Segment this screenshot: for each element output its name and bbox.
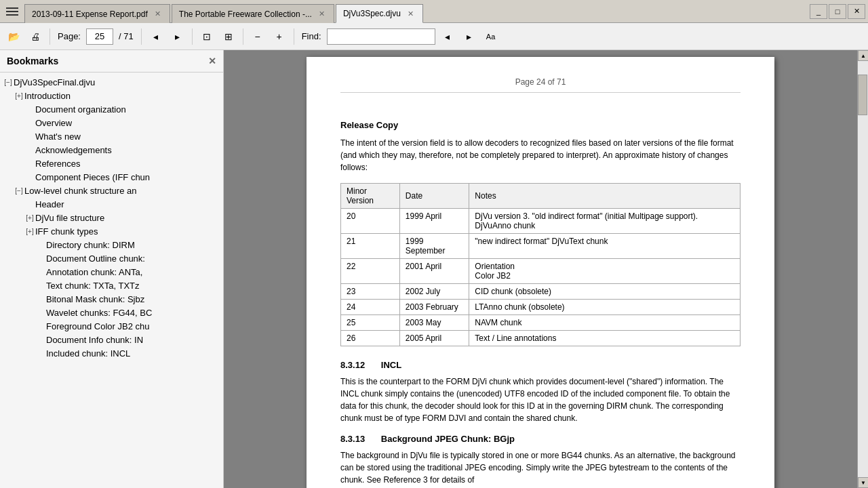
bookmark-item[interactable]: Header <box>0 197 223 211</box>
bookmark-item[interactable]: Foreground Color JB2 chu <box>0 319 223 333</box>
bookmark-item[interactable]: [−]DjVu3SpecFinal.djvu <box>0 75 223 89</box>
table-row: 262005 AprilText / Line annotations <box>341 331 741 346</box>
section-813-number: 8.3.13 <box>340 434 365 444</box>
bookmark-item[interactable]: [−]Low-level chunk structure an <box>0 184 223 197</box>
bookmarks-panel: Bookmarks ✕ [−]DjVu3SpecFinal.djvu[+]Int… <box>0 50 224 488</box>
bookmark-label: Acknowledgements <box>35 145 112 155</box>
expand-icon <box>35 239 46 250</box>
bookmark-item[interactable]: [+]Introduction <box>0 89 223 102</box>
expand-icon <box>24 144 35 155</box>
expand-icon <box>35 321 46 331</box>
bookmark-item[interactable]: [+]IFF chunk types <box>0 224 223 238</box>
bookmark-item[interactable]: Included chunk: INCL <box>0 346 223 360</box>
table-cell: 20 <box>341 209 400 234</box>
tab-djvu[interactable]: DjVu3Spec.djvu ✕ <box>336 4 423 23</box>
bookmark-item[interactable]: Wavelet chunks: FG44, BC <box>0 306 223 319</box>
close-button[interactable]: ✕ <box>848 4 865 19</box>
bookmark-label: Wavelet chunks: FG44, BC <box>46 308 152 318</box>
intro-text: The intent of the version field is to al… <box>340 137 741 174</box>
expand-icon <box>24 158 35 169</box>
table-cell: 2003 May <box>399 315 469 331</box>
expand-icon[interactable]: [−] <box>14 185 24 196</box>
tab-expense-report[interactable]: 2013-09-11 Expense Report.pdf ✕ <box>24 4 170 23</box>
bookmark-item[interactable]: Directory chunk: DIRM <box>0 238 223 251</box>
expand-icon <box>24 104 35 115</box>
maximize-button[interactable]: □ <box>829 4 846 19</box>
window-controls: _ □ ✕ <box>810 4 865 19</box>
fit-page-button[interactable]: ⊞ <box>219 27 238 46</box>
next-page-button[interactable]: ▸ <box>168 27 187 46</box>
tab-label: DjVu3Spec.djvu <box>343 9 401 18</box>
tab-freeware[interactable]: The Portable Freeware Collection -... ✕ <box>172 4 334 23</box>
bookmark-item[interactable]: [+]DjVu file structure <box>0 211 223 224</box>
tab-close-freeware[interactable]: ✕ <box>317 9 327 19</box>
scroll-thumb[interactable] <box>858 75 867 115</box>
print-button[interactable]: 🖨 <box>26 27 45 46</box>
bookmark-item[interactable]: Annotation chunk: ANTa, <box>0 265 223 279</box>
expand-icon[interactable]: [−] <box>3 77 14 87</box>
bookmark-item[interactable]: References <box>0 157 223 170</box>
zoom-out-button[interactable]: − <box>248 27 267 46</box>
expand-icon <box>35 293 46 304</box>
find-prev-button[interactable]: ◂ <box>438 27 457 46</box>
match-case-button[interactable]: Aa <box>481 27 500 46</box>
scroll-down-button[interactable]: ▼ <box>858 477 868 488</box>
bookmark-label: References <box>35 159 80 169</box>
minimize-button[interactable]: _ <box>810 4 827 19</box>
bookmark-item[interactable]: Document Outline chunk: <box>0 251 223 265</box>
bookmark-label: Low-level chunk structure an <box>24 186 136 196</box>
bookmark-item[interactable]: Document Info chunk: IN <box>0 333 223 346</box>
prev-page-button[interactable]: ◂ <box>146 27 165 46</box>
bookmark-item[interactable]: Acknowledgements <box>0 143 223 157</box>
tab-close-djvu[interactable]: ✕ <box>406 9 416 18</box>
open-file-button[interactable]: 📂 <box>4 27 23 46</box>
table-cell: CID chunk (obsolete) <box>469 284 741 300</box>
page-label: Page: <box>58 31 81 41</box>
toolbar: 📂 🖨 Page: / 71 ◂ ▸ ⊡ ⊞ − + Find: ◂ ▸ Aa <box>0 23 868 50</box>
section-813-text: The background in DjVu file is typically… <box>340 449 741 486</box>
title-bar: 2013-09-11 Expense Report.pdf ✕ The Port… <box>0 0 868 23</box>
bookmarks-title: Bookmarks <box>7 56 58 66</box>
col-header-notes: Notes <box>469 184 741 209</box>
section-812-number: 8.3.12 <box>340 360 365 370</box>
bookmark-label: Header <box>35 199 64 209</box>
fit-width-button[interactable]: ⊡ <box>197 27 216 46</box>
pdf-page: Page 24 of 71 Release Copy The intent of… <box>307 57 774 488</box>
bookmark-item[interactable]: Overview <box>0 116 223 129</box>
bookmark-item[interactable]: Document organization <box>0 102 223 116</box>
bookmarks-close-button[interactable]: ✕ <box>208 56 216 66</box>
bookmark-item[interactable]: Bitonal Mask chunk: Sjbz <box>0 292 223 306</box>
expand-icon[interactable]: [+] <box>24 226 35 237</box>
bookmark-item[interactable]: Text chunk: TXTa, TXTz <box>0 279 223 292</box>
tab-label: 2013-09-11 Expense Report.pdf <box>32 9 148 19</box>
table-cell: 21 <box>341 234 400 259</box>
find-next-button[interactable]: ▸ <box>460 27 479 46</box>
table-cell: "new indirect format" DjVuText chunk <box>469 234 741 259</box>
menu-button[interactable] <box>3 2 22 21</box>
bookmark-item[interactable]: What's new <box>0 129 223 143</box>
zoom-in-button[interactable]: + <box>270 27 289 46</box>
expand-icon <box>35 280 46 291</box>
scroll-track[interactable] <box>858 61 868 477</box>
bookmark-item[interactable]: Component Pieces (IFF chun <box>0 170 223 184</box>
release-copy: Release Copy <box>340 120 741 130</box>
expand-icon[interactable]: [+] <box>24 212 35 223</box>
pdf-scroll-area[interactable]: Page 24 of 71 Release Copy The intent of… <box>224 50 857 488</box>
section-812-heading: 8.3.12 INCL <box>340 360 741 370</box>
expand-icon[interactable]: [+] <box>14 90 24 101</box>
tab-close-expense[interactable]: ✕ <box>153 9 163 19</box>
expand-icon <box>24 117 35 128</box>
scroll-up-button[interactable]: ▲ <box>858 50 868 61</box>
bookmark-label: Document Outline chunk: <box>46 253 145 264</box>
col-header-date: Date <box>399 184 469 209</box>
find-input[interactable] <box>327 28 435 45</box>
table-cell: 1999 April <box>399 209 469 234</box>
table-row: 252003 MayNAVM chunk <box>341 315 741 331</box>
bookmark-label: DjVu3SpecFinal.djvu <box>14 77 95 87</box>
page-input[interactable] <box>86 28 113 45</box>
version-table: Minor Version Date Notes 201999 AprilDjV… <box>340 183 741 346</box>
col-header-version: Minor Version <box>341 184 400 209</box>
expand-icon <box>24 171 35 182</box>
expand-icon <box>35 348 46 359</box>
table-cell: LTAnno chunk (obsolete) <box>469 300 741 315</box>
